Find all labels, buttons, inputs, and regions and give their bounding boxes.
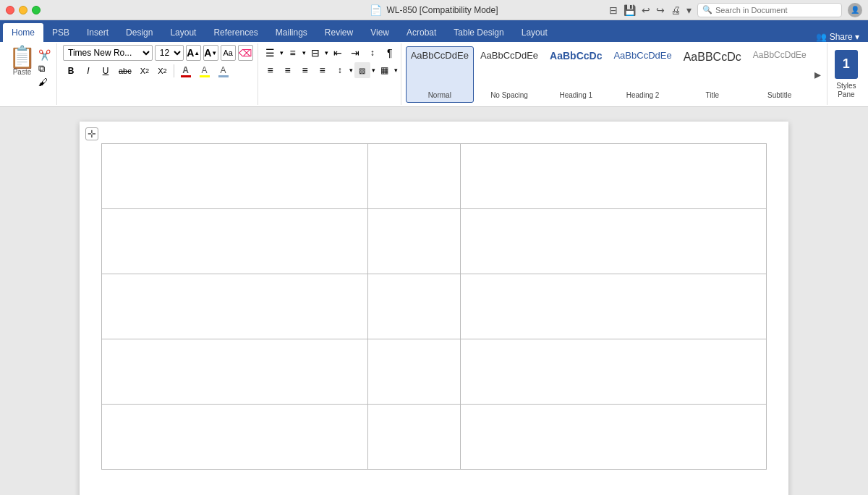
save-icon[interactable]: 💾	[624, 4, 636, 16]
table-cell[interactable]	[102, 144, 368, 209]
tab-references[interactable]: References	[205, 23, 266, 42]
table-cell[interactable]	[367, 274, 461, 339]
search-icon: 🔍	[702, 5, 712, 14]
tab-mailings[interactable]: Mailings	[267, 23, 316, 42]
text-effects-button[interactable]: A	[215, 63, 232, 79]
spacing-dropdown-icon[interactable]: ▾	[349, 67, 353, 74]
borders-dropdown-icon[interactable]: ▾	[394, 67, 398, 74]
align-right-button[interactable]: ≡	[297, 62, 313, 78]
undo-icon[interactable]: ↩	[642, 4, 650, 16]
style-heading1-label: Heading 1	[559, 91, 592, 99]
decrease-indent-button[interactable]: ⇤	[330, 45, 346, 61]
table-cell[interactable]	[367, 405, 461, 470]
show-marks-button[interactable]: ¶	[382, 45, 398, 61]
tab-psb[interactable]: PSB	[43, 23, 78, 42]
numbered-dropdown-icon[interactable]: ▾	[302, 49, 306, 56]
window-controls[interactable]	[6, 6, 41, 14]
more-icon[interactable]: ▾	[686, 4, 692, 16]
table-cell[interactable]	[102, 209, 368, 274]
tab-view[interactable]: View	[362, 23, 398, 42]
table-cell[interactable]	[461, 405, 767, 470]
strikethrough-button[interactable]: abc	[115, 63, 135, 79]
font-group: Times New Ro... Arial Calibri 12 8910 11…	[59, 43, 258, 105]
share-button[interactable]: 👥 Share ▾	[807, 32, 868, 42]
search-bar[interactable]: 🔍	[697, 3, 842, 17]
ribbon-tabs: Home PSB Insert Design Layout References…	[0, 20, 868, 42]
align-center-button[interactable]: ≡	[280, 62, 296, 78]
style-no-spacing[interactable]: AaBbCcDdEe No Spacing	[475, 46, 543, 103]
shading-dropdown-icon[interactable]: ▾	[372, 67, 375, 74]
bold-button[interactable]: B	[63, 63, 79, 79]
tab-table-design[interactable]: Table Design	[445, 23, 512, 42]
cut-icon[interactable]: ✂️	[38, 49, 51, 61]
tab-design[interactable]: Design	[117, 23, 161, 42]
table-cell[interactable]	[461, 274, 767, 339]
increase-indent-button[interactable]: ⇥	[347, 45, 363, 61]
align-left-button[interactable]: ≡	[263, 62, 278, 78]
tab-home[interactable]: Home	[3, 23, 43, 42]
style-subtitle-label: Subtitle	[767, 91, 791, 99]
highlight-button[interactable]: A	[196, 63, 213, 79]
increase-font-button[interactable]: A▲	[186, 45, 201, 61]
copy-icon[interactable]: ⧉	[38, 63, 51, 75]
multilevel-list-button[interactable]: ⊟	[307, 45, 323, 61]
table-cell[interactable]	[102, 274, 368, 339]
line-spacing-button[interactable]: ↕	[332, 62, 348, 78]
style-heading1[interactable]: AaBbCcDc Heading 1	[545, 46, 607, 103]
tab-layout[interactable]: Layout	[161, 23, 205, 42]
subscript-button[interactable]: X2	[137, 63, 153, 79]
close-button[interactable]	[6, 6, 14, 14]
table-cell[interactable]	[367, 339, 461, 405]
font-size-select[interactable]: 12 8910 111416	[155, 45, 184, 61]
justify-button[interactable]: ≡	[315, 62, 331, 78]
style-heading2[interactable]: AaBbCcDdEe Heading 2	[608, 46, 676, 103]
table-cell[interactable]	[461, 339, 767, 405]
table-cell[interactable]	[102, 405, 368, 470]
clear-format-button[interactable]: ⌫	[238, 45, 253, 61]
italic-button[interactable]: I	[80, 63, 96, 79]
styles-pane-label: Styles Pane	[836, 82, 856, 99]
tab-acrobat[interactable]: Acrobat	[398, 23, 445, 42]
table-cell[interactable]	[102, 339, 368, 405]
style-heading2-label: Heading 2	[626, 91, 660, 99]
maximize-button[interactable]	[32, 6, 41, 14]
tab-layout2[interactable]: Layout	[513, 23, 556, 42]
table-cell[interactable]	[367, 209, 461, 274]
multilevel-dropdown-icon[interactable]: ▾	[325, 49, 328, 56]
print-icon[interactable]: 🖨	[671, 4, 681, 16]
style-title[interactable]: AaBBCcDc Title	[678, 46, 746, 103]
minimize-button[interactable]	[19, 6, 27, 14]
table-cell[interactable]	[461, 209, 767, 274]
font-name-select[interactable]: Times New Ro... Arial Calibri	[63, 45, 153, 61]
style-normal[interactable]: AaBbCcDdEe Normal	[406, 46, 474, 103]
style-heading2-preview: AaBbCcDdEe	[613, 50, 671, 62]
user-avatar[interactable]: 👤	[848, 3, 862, 17]
decrease-font-button[interactable]: A▼	[203, 45, 218, 61]
bullet-dropdown-icon[interactable]: ▾	[280, 49, 284, 56]
font-color-button[interactable]: A	[177, 63, 195, 79]
change-case-button[interactable]: Aa	[221, 45, 236, 61]
styles-more-button[interactable]: ▸	[813, 65, 822, 84]
search-input[interactable]	[715, 6, 824, 14]
borders-button[interactable]: ▦	[377, 62, 393, 78]
shading-button[interactable]: ▧	[354, 62, 370, 78]
table-cell[interactable]	[461, 144, 767, 209]
styles-pane-button[interactable]: 1 Styles Pane	[827, 43, 865, 105]
title-bar: 📄 WL-850 [Compatibility Mode] ⊟ 💾 ↩ ↪ 🖨 …	[0, 0, 868, 20]
format-painter-icon[interactable]: 🖌	[38, 77, 51, 88]
superscript-button[interactable]: X2	[154, 63, 170, 79]
table-move-handle[interactable]: ✛	[85, 127, 98, 140]
numbered-list-button[interactable]: ≡	[285, 45, 301, 61]
paste-button[interactable]: 📋 Paste	[9, 46, 35, 76]
bullet-list-button[interactable]: ☰	[263, 45, 278, 61]
style-no-spacing-label: No Spacing	[490, 91, 528, 99]
collapse-icon[interactable]: ⊟	[609, 4, 618, 16]
redo-icon[interactable]: ↪	[656, 4, 665, 16]
style-normal-label: Normal	[428, 91, 451, 99]
sort-button[interactable]: ↕	[365, 45, 380, 61]
tab-insert[interactable]: Insert	[78, 23, 117, 42]
style-subtitle[interactable]: AaBbCcDdEe Subtitle	[748, 46, 812, 103]
tab-review[interactable]: Review	[316, 23, 362, 42]
underline-button[interactable]: U	[98, 63, 114, 79]
table-cell[interactable]	[367, 144, 461, 209]
